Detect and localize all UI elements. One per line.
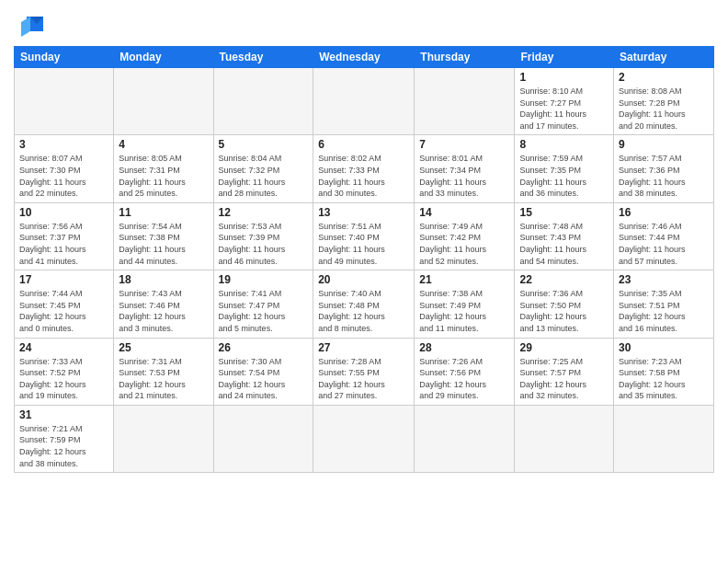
day-info: Sunrise: 7:51 AM Sunset: 7:40 PM Dayligh… xyxy=(318,221,409,267)
calendar-cell: 18Sunrise: 7:43 AM Sunset: 7:46 PM Dayli… xyxy=(114,270,213,338)
day-number: 24 xyxy=(19,341,108,354)
calendar-cell: 25Sunrise: 7:31 AM Sunset: 7:53 PM Dayli… xyxy=(114,338,213,405)
week-row-4: 17Sunrise: 7:44 AM Sunset: 7:45 PM Dayli… xyxy=(15,270,714,338)
week-row-5: 24Sunrise: 7:33 AM Sunset: 7:52 PM Dayli… xyxy=(15,338,714,405)
calendar-cell: 15Sunrise: 7:48 AM Sunset: 7:43 PM Dayli… xyxy=(515,202,614,270)
day-info: Sunrise: 8:07 AM Sunset: 7:30 PM Dayligh… xyxy=(19,153,108,199)
calendar-cell: 8Sunrise: 7:59 AM Sunset: 7:35 PM Daylig… xyxy=(515,135,614,202)
day-info: Sunrise: 7:41 AM Sunset: 7:47 PM Dayligh… xyxy=(219,288,309,334)
calendar-cell: 3Sunrise: 8:07 AM Sunset: 7:30 PM Daylig… xyxy=(15,135,114,202)
weekday-header-monday: Monday xyxy=(114,47,213,68)
day-info: Sunrise: 8:10 AM Sunset: 7:27 PM Dayligh… xyxy=(519,86,609,132)
day-info: Sunrise: 7:40 AM Sunset: 7:48 PM Dayligh… xyxy=(318,288,409,334)
weekday-header-friday: Friday xyxy=(515,47,614,68)
day-number: 9 xyxy=(619,138,709,151)
day-number: 29 xyxy=(519,341,609,354)
calendar-cell: 14Sunrise: 7:49 AM Sunset: 7:42 PM Dayli… xyxy=(415,202,515,270)
day-info: Sunrise: 7:44 AM Sunset: 7:45 PM Dayligh… xyxy=(19,288,108,334)
day-info: Sunrise: 7:31 AM Sunset: 7:53 PM Dayligh… xyxy=(119,356,208,402)
day-info: Sunrise: 8:05 AM Sunset: 7:31 PM Dayligh… xyxy=(119,153,208,199)
day-info: Sunrise: 7:30 AM Sunset: 7:54 PM Dayligh… xyxy=(219,356,309,402)
week-row-2: 3Sunrise: 8:07 AM Sunset: 7:30 PM Daylig… xyxy=(15,135,714,202)
day-info: Sunrise: 7:56 AM Sunset: 7:37 PM Dayligh… xyxy=(19,221,108,267)
day-info: Sunrise: 7:57 AM Sunset: 7:36 PM Dayligh… xyxy=(619,153,709,199)
calendar-cell xyxy=(313,68,415,135)
weekday-header-thursday: Thursday xyxy=(415,47,515,68)
calendar-cell: 10Sunrise: 7:56 AM Sunset: 7:37 PM Dayli… xyxy=(15,202,114,270)
weekday-header-sunday: Sunday xyxy=(15,47,114,68)
day-number: 20 xyxy=(318,273,409,286)
day-info: Sunrise: 8:04 AM Sunset: 7:32 PM Dayligh… xyxy=(219,153,309,199)
calendar-cell: 19Sunrise: 7:41 AM Sunset: 7:47 PM Dayli… xyxy=(213,270,313,338)
calendar-cell: 29Sunrise: 7:25 AM Sunset: 7:57 PM Dayli… xyxy=(515,338,614,405)
calendar-cell: 5Sunrise: 8:04 AM Sunset: 7:32 PM Daylig… xyxy=(213,135,313,202)
logo-icon xyxy=(17,13,47,39)
day-number: 2 xyxy=(619,71,709,84)
calendar-cell: 22Sunrise: 7:36 AM Sunset: 7:50 PM Dayli… xyxy=(515,270,614,338)
day-info: Sunrise: 7:21 AM Sunset: 7:59 PM Dayligh… xyxy=(19,423,108,469)
calendar-cell: 16Sunrise: 7:46 AM Sunset: 7:44 PM Dayli… xyxy=(614,202,714,270)
calendar-cell xyxy=(415,405,515,472)
calendar-cell: 7Sunrise: 8:01 AM Sunset: 7:34 PM Daylig… xyxy=(415,135,515,202)
page-header xyxy=(14,9,714,39)
day-number: 3 xyxy=(19,138,108,151)
calendar-cell xyxy=(114,68,213,135)
calendar-cell xyxy=(213,68,313,135)
day-info: Sunrise: 7:49 AM Sunset: 7:42 PM Dayligh… xyxy=(419,221,509,267)
day-number: 23 xyxy=(619,273,709,286)
day-number: 1 xyxy=(519,71,609,84)
day-info: Sunrise: 7:53 AM Sunset: 7:39 PM Dayligh… xyxy=(219,221,309,267)
day-number: 14 xyxy=(419,206,509,219)
calendar-cell: 9Sunrise: 7:57 AM Sunset: 7:36 PM Daylig… xyxy=(614,135,714,202)
calendar-cell xyxy=(15,68,114,135)
day-info: Sunrise: 7:38 AM Sunset: 7:49 PM Dayligh… xyxy=(419,288,509,334)
day-number: 6 xyxy=(318,138,409,151)
day-info: Sunrise: 7:48 AM Sunset: 7:43 PM Dayligh… xyxy=(519,221,609,267)
day-info: Sunrise: 7:26 AM Sunset: 7:56 PM Dayligh… xyxy=(419,356,509,402)
day-info: Sunrise: 7:43 AM Sunset: 7:46 PM Dayligh… xyxy=(119,288,208,334)
day-info: Sunrise: 8:01 AM Sunset: 7:34 PM Dayligh… xyxy=(419,153,509,199)
calendar-cell: 4Sunrise: 8:05 AM Sunset: 7:31 PM Daylig… xyxy=(114,135,213,202)
calendar-cell: 21Sunrise: 7:38 AM Sunset: 7:49 PM Dayli… xyxy=(415,270,515,338)
calendar-cell: 12Sunrise: 7:53 AM Sunset: 7:39 PM Dayli… xyxy=(213,202,313,270)
calendar-cell: 31Sunrise: 7:21 AM Sunset: 7:59 PM Dayli… xyxy=(15,405,114,472)
day-number: 12 xyxy=(219,206,309,219)
calendar-cell: 6Sunrise: 8:02 AM Sunset: 7:33 PM Daylig… xyxy=(313,135,415,202)
day-number: 4 xyxy=(119,138,208,151)
calendar-cell: 17Sunrise: 7:44 AM Sunset: 7:45 PM Dayli… xyxy=(15,270,114,338)
day-info: Sunrise: 7:46 AM Sunset: 7:44 PM Dayligh… xyxy=(619,221,709,267)
calendar-cell xyxy=(614,405,714,472)
calendar-cell xyxy=(114,405,213,472)
calendar-cell: 27Sunrise: 7:28 AM Sunset: 7:55 PM Dayli… xyxy=(313,338,415,405)
calendar-cell: 13Sunrise: 7:51 AM Sunset: 7:40 PM Dayli… xyxy=(313,202,415,270)
calendar-cell: 2Sunrise: 8:08 AM Sunset: 7:28 PM Daylig… xyxy=(614,68,714,135)
weekday-header-saturday: Saturday xyxy=(614,47,714,68)
day-number: 8 xyxy=(519,138,609,151)
day-number: 26 xyxy=(219,341,309,354)
day-info: Sunrise: 7:23 AM Sunset: 7:58 PM Dayligh… xyxy=(619,356,709,402)
day-number: 15 xyxy=(519,206,609,219)
calendar-cell xyxy=(515,405,614,472)
day-number: 18 xyxy=(119,273,208,286)
week-row-3: 10Sunrise: 7:56 AM Sunset: 7:37 PM Dayli… xyxy=(15,202,714,270)
weekday-header-tuesday: Tuesday xyxy=(213,47,313,68)
day-info: Sunrise: 8:08 AM Sunset: 7:28 PM Dayligh… xyxy=(619,86,709,132)
day-info: Sunrise: 7:54 AM Sunset: 7:38 PM Dayligh… xyxy=(119,221,208,267)
day-number: 30 xyxy=(619,341,709,354)
day-number: 7 xyxy=(419,138,509,151)
calendar-page: SundayMondayTuesdayWednesdayThursdayFrid… xyxy=(0,0,728,563)
day-info: Sunrise: 7:25 AM Sunset: 7:57 PM Dayligh… xyxy=(519,356,609,402)
calendar-cell: 1Sunrise: 8:10 AM Sunset: 7:27 PM Daylig… xyxy=(515,68,614,135)
weekday-header-row: SundayMondayTuesdayWednesdayThursdayFrid… xyxy=(15,47,714,68)
day-number: 13 xyxy=(318,206,409,219)
calendar-table: SundayMondayTuesdayWednesdayThursdayFrid… xyxy=(14,46,714,473)
svg-marker-1 xyxy=(21,17,30,37)
day-number: 19 xyxy=(219,273,309,286)
calendar-cell xyxy=(313,405,415,472)
week-row-1: 1Sunrise: 8:10 AM Sunset: 7:27 PM Daylig… xyxy=(15,68,714,135)
calendar-cell: 26Sunrise: 7:30 AM Sunset: 7:54 PM Dayli… xyxy=(213,338,313,405)
day-info: Sunrise: 7:35 AM Sunset: 7:51 PM Dayligh… xyxy=(619,288,709,334)
calendar-cell: 30Sunrise: 7:23 AM Sunset: 7:58 PM Dayli… xyxy=(614,338,714,405)
day-number: 17 xyxy=(19,273,108,286)
calendar-cell: 24Sunrise: 7:33 AM Sunset: 7:52 PM Dayli… xyxy=(15,338,114,405)
